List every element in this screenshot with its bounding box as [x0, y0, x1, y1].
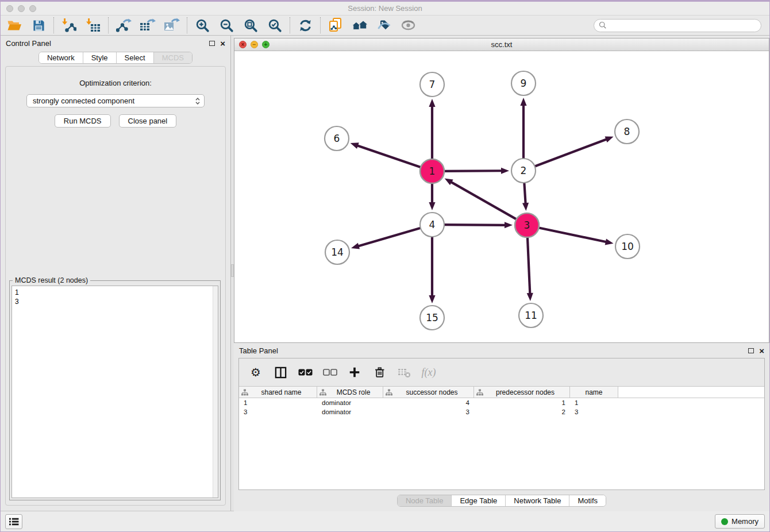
network-minimize-button[interactable]: − — [251, 41, 258, 48]
column-header-predecessor-nodes[interactable]: predecessor nodes — [474, 387, 570, 398]
divider-handle[interactable] — [231, 264, 234, 277]
table-cell[interactable]: 3 — [570, 407, 618, 417]
network-window-titlebar: × − + scc.txt — [234, 38, 769, 51]
search-field[interactable] — [594, 19, 761, 32]
search-input[interactable] — [607, 21, 756, 29]
toolbar-separator — [53, 17, 54, 33]
import-network-icon[interactable] — [61, 17, 77, 33]
column-label: predecessor nodes — [483, 388, 567, 396]
criterion-value: strongly connected component — [33, 97, 134, 105]
panel-divider[interactable] — [230, 36, 234, 511]
graph-edge-4-14[interactable] — [357, 228, 422, 246]
shared-column-icon — [241, 389, 248, 396]
edge-arrowhead — [501, 168, 509, 174]
network-view-window: × − + scc.txt 7968124314101511 — [234, 38, 769, 343]
network-window-title: scc.txt — [234, 40, 769, 49]
show-hide-graphics-icon[interactable] — [400, 17, 416, 33]
main-toolbar — [1, 16, 769, 36]
graph-edge-2-3[interactable] — [524, 182, 526, 205]
tab-edge-table[interactable]: Edge Table — [451, 495, 505, 506]
table-cell[interactable]: 3 — [239, 407, 317, 417]
duplicate-network-icon[interactable] — [328, 17, 344, 33]
export-table-icon[interactable] — [140, 17, 156, 33]
export-image-icon[interactable] — [164, 17, 180, 33]
dropdown-stepper-icon — [195, 97, 201, 105]
close-panel-icon[interactable]: × — [220, 39, 225, 48]
export-network-icon[interactable] — [116, 17, 132, 33]
graph-node-label: 9 — [521, 78, 527, 89]
table-cell[interactable]: 3 — [383, 407, 474, 417]
select-all-rows-icon[interactable] — [298, 365, 313, 380]
network-graph[interactable]: 7968124314101511 — [234, 51, 769, 342]
tab-style[interactable]: Style — [83, 52, 116, 63]
memory-button[interactable]: Memory — [715, 514, 765, 529]
table-row[interactable]: 1dominator411 — [239, 398, 764, 407]
task-history-button[interactable] — [5, 514, 22, 529]
graph-node-label: 10 — [621, 241, 634, 252]
apply-layout-icon[interactable] — [297, 17, 313, 33]
graph-edge-3-10[interactable] — [538, 228, 607, 242]
table-options-icon[interactable]: ⚙ — [248, 365, 263, 380]
control-panel-header: Control Panel × — [1, 36, 230, 51]
table-cell[interactable]: 4 — [383, 398, 474, 407]
add-column-icon[interactable] — [347, 365, 362, 380]
zoom-selected-icon[interactable] — [267, 17, 283, 33]
import-table-icon[interactable] — [85, 17, 101, 33]
graph-edge-4-3[interactable] — [443, 225, 506, 225]
zoom-out-icon[interactable] — [218, 17, 234, 33]
graph-node-label: 11 — [525, 310, 537, 321]
graph-node-label: 6 — [334, 133, 340, 144]
table-cell[interactable]: 1 — [474, 398, 570, 407]
table-cell[interactable]: dominator — [317, 398, 383, 407]
column-label: shared name — [248, 388, 314, 396]
table-rows: 1dominator4113dominator323 — [239, 398, 764, 489]
mcds-result-group: MCDS result (2 nodes) 1 3 — [9, 280, 221, 500]
open-session-icon[interactable] — [6, 17, 22, 33]
table-toolbar: ⚙ — [239, 358, 764, 386]
tab-network-table[interactable]: Network Table — [505, 495, 569, 506]
first-neighbors-icon[interactable] — [352, 17, 368, 33]
edge-arrowhead — [520, 98, 526, 106]
unselect-all-rows-icon[interactable] — [322, 365, 337, 380]
control-panel-tabs: Network Style Select MCDS — [38, 52, 192, 64]
zoom-fit-icon[interactable] — [242, 17, 259, 33]
hide-graphics-details-icon[interactable] — [376, 17, 392, 33]
network-close-button[interactable]: × — [239, 41, 247, 48]
network-maximize-button[interactable]: + — [262, 41, 270, 48]
result-scrollbar[interactable] — [213, 286, 218, 498]
float-panel-icon[interactable] — [748, 348, 754, 353]
criterion-dropdown[interactable]: strongly connected component — [26, 94, 205, 107]
delete-column-icon[interactable] — [372, 365, 387, 380]
tab-select[interactable]: Select — [116, 52, 153, 63]
tab-node-table[interactable]: Node Table — [398, 495, 452, 506]
run-mcds-button[interactable]: Run MCDS — [55, 114, 111, 128]
graph-edge-3-1[interactable] — [450, 182, 517, 220]
table-panel-header: Table Panel × — [234, 343, 769, 358]
table-cell[interactable]: 1 — [239, 398, 317, 407]
column-header-MCDS-role[interactable]: MCDS role — [317, 387, 383, 398]
zoom-in-icon[interactable] — [194, 17, 210, 33]
graph-edge-3-11[interactable] — [528, 236, 530, 295]
graph-edge-1-2[interactable] — [443, 171, 503, 171]
table-cell[interactable]: 1 — [570, 398, 618, 407]
table-panel-title: Table Panel — [239, 346, 278, 355]
mcds-result-text[interactable]: 1 3 — [11, 286, 218, 498]
table-cell[interactable]: dominator — [317, 407, 383, 417]
graph-edge-2-8[interactable] — [534, 139, 608, 167]
graph-edge-1-6[interactable] — [356, 145, 422, 168]
column-header-name[interactable]: name — [570, 387, 618, 398]
close-panel-icon[interactable]: × — [759, 346, 764, 355]
tab-motifs[interactable]: Motifs — [569, 495, 606, 506]
close-panel-button[interactable]: Close panel — [119, 114, 177, 128]
float-panel-icon[interactable] — [209, 41, 215, 46]
tab-network[interactable]: Network — [39, 52, 83, 63]
column-header-successor-nodes[interactable]: successor nodes — [383, 387, 474, 398]
column-header-shared-name[interactable]: shared name — [239, 387, 317, 398]
show-columns-icon[interactable] — [273, 365, 288, 380]
save-session-icon[interactable] — [30, 17, 47, 33]
edge-arrowhead — [605, 137, 614, 142]
table-cell[interactable]: 2 — [474, 407, 570, 417]
shared-column-icon — [476, 389, 483, 396]
tab-mcds[interactable]: MCDS — [153, 52, 192, 63]
table-row[interactable]: 3dominator323 — [239, 407, 764, 417]
